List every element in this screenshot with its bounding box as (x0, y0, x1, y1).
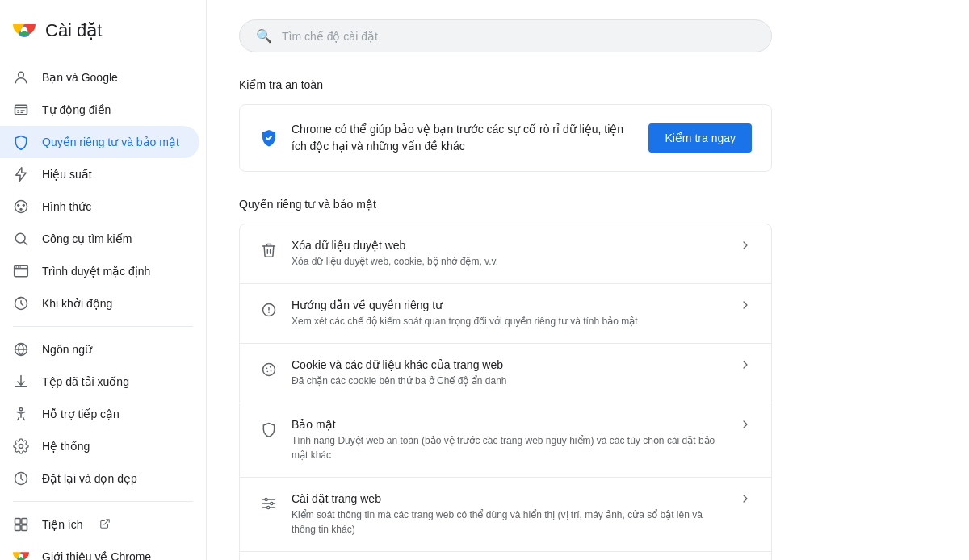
privacy-item-content-xoa-du-lieu: Xóa dữ liệu duyệt webXóa dữ liệu duyệt w… (292, 239, 726, 269)
tu-dong-dien-icon (13, 102, 29, 118)
privacy-section-title: Quyền riêng tư và bảo mật (239, 198, 772, 211)
privacy-item-title-huong-dan-quyen-rieng-tu: Hướng dẫn về quyền riêng tư (292, 299, 726, 311)
svg-rect-4 (15, 105, 27, 115)
sidebar-item-label-ban-va-google: Bạn và Google (42, 71, 118, 84)
sidebar-item-label-khi-khoi-dong: Khi khởi động (42, 297, 112, 310)
ho-tro-tiep-can-icon (13, 406, 29, 422)
safety-check-button[interactable]: Kiểm tra ngay (648, 123, 752, 153)
search-input[interactable] (282, 30, 755, 43)
privacy-item-content-bao-mat: Bảo mậtTính năng Duyệt web an toàn (bảo … (292, 418, 726, 462)
svg-point-16 (19, 408, 22, 411)
sidebar-item-label-trinh-duyet-mac-dinh: Trình duyệt mặc định (42, 265, 150, 278)
privacy-item-content-cai-dat-trang-web: Cài đặt trang webKiểm soát thông tin mà … (292, 492, 726, 537)
privacy-item-arrow-cookie (739, 358, 752, 371)
safety-check-title: Kiểm tra an toàn (239, 78, 772, 91)
privacy-item-cookie[interactable]: Cookie và các dữ liệu khác của trang web… (240, 344, 771, 403)
sidebar-header: Cài đặt (0, 13, 206, 61)
main-content: 🔍 Kiểm tra an toàn Chrome có thể giúp bả… (207, 0, 804, 560)
sidebar-item-tu-dong-dien[interactable]: Tự động điền (0, 94, 199, 126)
privacy-item-arrow-xoa-du-lieu (739, 239, 752, 252)
svg-point-26 (263, 364, 275, 376)
sidebar-item-khi-khoi-dong[interactable]: Khi khởi động (0, 287, 199, 320)
svg-point-27 (266, 368, 268, 370)
svg-point-34 (265, 498, 267, 500)
quyen-rieng-tu-icon (13, 134, 29, 150)
svg-point-12 (18, 266, 19, 268)
search-bar[interactable]: 🔍 (239, 19, 772, 52)
safety-check-section: Kiểm tra an toàn Chrome có thể giúp bảo … (239, 78, 772, 172)
xoa-du-lieu-icon (259, 240, 279, 260)
privacy-item-title-xoa-du-lieu: Xóa dữ liệu duyệt web (292, 239, 726, 252)
tien-ich-icon (13, 516, 29, 533)
sidebar-item-he-thong[interactable]: Hệ thống (0, 430, 199, 462)
sidebar-item-hieu-suat[interactable]: Hiệu suất (0, 158, 199, 190)
chrome-logo-icon (13, 19, 36, 42)
svg-point-5 (15, 201, 27, 213)
svg-point-8 (19, 208, 22, 211)
page-title: Cài đặt (45, 20, 102, 41)
privacy-item-hop-cat-ve[interactable]: Hộp cát về quyền riêng tưCác tính năng d… (240, 552, 771, 560)
sidebar-item-ngon-ngu[interactable]: Ngôn ngữ (0, 333, 199, 366)
sidebar-item-label-cong-cu-tim-kiem: Công cụ tìm kiếm (42, 232, 132, 245)
privacy-item-xoa-du-lieu[interactable]: Xóa dữ liệu duyệt webXóa dữ liệu duyệt w… (240, 224, 771, 284)
svg-rect-21 (22, 525, 27, 531)
svg-point-36 (267, 506, 270, 508)
ban-va-google-icon (13, 69, 29, 86)
search-icon: 🔍 (256, 28, 272, 44)
shield-check-icon (259, 128, 279, 148)
sidebar-item-label-tien-ich: Tiện ích (42, 518, 83, 531)
huong-dan-quyen-rieng-tu-icon (259, 300, 279, 320)
sidebar-item-label-he-thong: Hệ thống (42, 440, 90, 453)
sidebar-item-label-ho-tro-tiep-can: Hỗ trợ tiếp cận (42, 407, 120, 420)
sidebar-item-label-ngon-ngu: Ngôn ngữ (42, 343, 92, 356)
safety-card: Chrome có thể giúp bảo vệ bạn trước các … (239, 104, 772, 172)
cai-dat-trang-web-icon (259, 494, 279, 513)
svg-point-13 (19, 266, 21, 268)
sidebar-item-label-hieu-suat: Hiệu suất (42, 168, 92, 181)
sidebar-item-hinh-thuc[interactable]: Hình thức (0, 190, 199, 223)
sidebar-item-ban-va-google[interactable]: Bạn và Google (0, 61, 199, 94)
trinh-duyet-mac-dinh-icon (13, 263, 29, 279)
privacy-item-arrow-bao-mat (739, 418, 752, 431)
sidebar-item-label-tep-da-tai-xuong: Tệp đã tải xuống (42, 375, 129, 388)
privacy-item-cai-dat-trang-web[interactable]: Cài đặt trang webKiểm soát thông tin mà … (240, 478, 771, 552)
sidebar-item-label-tu-dong-dien: Tự động điền (42, 103, 111, 116)
sidebar-item-cong-cu-tim-kiem[interactable]: Công cụ tìm kiếm (0, 223, 199, 255)
cookie-icon (259, 360, 279, 379)
sidebar-item-gioi-thieu[interactable]: Giới thiệu về Chrome (0, 541, 199, 560)
privacy-item-subtitle-cookie: Đã chặn các cookie bên thứ ba ở Chế độ ẩ… (292, 374, 726, 388)
privacy-item-title-cai-dat-trang-web: Cài đặt trang web (292, 492, 726, 505)
privacy-item-arrow-cai-dat-trang-web (739, 492, 752, 505)
svg-point-6 (17, 204, 19, 207)
privacy-item-arrow-huong-dan-quyen-rieng-tu (739, 299, 752, 311)
sidebar-item-label-gioi-thieu: Giới thiệu về Chrome (42, 550, 151, 560)
sidebar-item-quyen-rieng-tu[interactable]: Quyền riêng tư và bảo mật (0, 126, 199, 158)
privacy-item-content-huong-dan-quyen-rieng-tu: Hướng dẫn về quyền riêng tưXem xét các c… (292, 299, 726, 328)
privacy-section: Quyền riêng tư và bảo mật Xóa dữ liệu du… (239, 198, 772, 560)
privacy-item-content-cookie: Cookie và các dữ liệu khác của trang web… (292, 358, 726, 388)
ngon-ngu-icon (13, 341, 29, 357)
privacy-item-huong-dan-quyen-rieng-tu[interactable]: Hướng dẫn về quyền riêng tưXem xét các c… (240, 284, 771, 344)
khi-khoi-dong-icon (13, 295, 29, 311)
sidebar-item-tien-ich[interactable]: Tiện ích (0, 508, 199, 541)
svg-point-35 (271, 502, 273, 504)
tep-da-tai-xuong-icon (13, 374, 29, 390)
svg-rect-18 (15, 519, 21, 524)
sidebar-item-dat-lai-va-don-dep[interactable]: Đặt lại và dọn dẹp (0, 462, 199, 495)
svg-point-11 (15, 266, 17, 268)
sidebar: Cài đặt Bạn và GoogleTự động điềnQuyền r… (0, 0, 207, 560)
nav-divider (13, 326, 193, 327)
privacy-item-bao-mat[interactable]: Bảo mậtTính năng Duyệt web an toàn (bảo … (240, 403, 771, 478)
sidebar-item-trinh-duyet-mac-dinh[interactable]: Trình duyệt mặc định (0, 255, 199, 287)
safety-description: Chrome có thể giúp bảo vệ bạn trước các … (292, 121, 636, 155)
hinh-thuc-icon (13, 199, 29, 215)
sidebar-item-ho-tro-tiep-can[interactable]: Hỗ trợ tiếp cận (0, 398, 199, 430)
nav-divider (13, 501, 193, 502)
privacy-item-title-cookie: Cookie và các dữ liệu khác của trang web (292, 358, 726, 371)
privacy-item-subtitle-huong-dan-quyen-rieng-tu: Xem xét các chế độ kiểm soát quan trọng … (292, 314, 726, 328)
svg-point-3 (19, 72, 24, 77)
external-link-icon (99, 518, 111, 532)
privacy-item-title-bao-mat: Bảo mật (292, 418, 726, 431)
privacy-item-subtitle-xoa-du-lieu: Xóa dữ liệu duyệt web, cookie, bộ nhớ đệ… (292, 254, 726, 269)
sidebar-item-tep-da-tai-xuong[interactable]: Tệp đã tải xuống (0, 366, 199, 398)
